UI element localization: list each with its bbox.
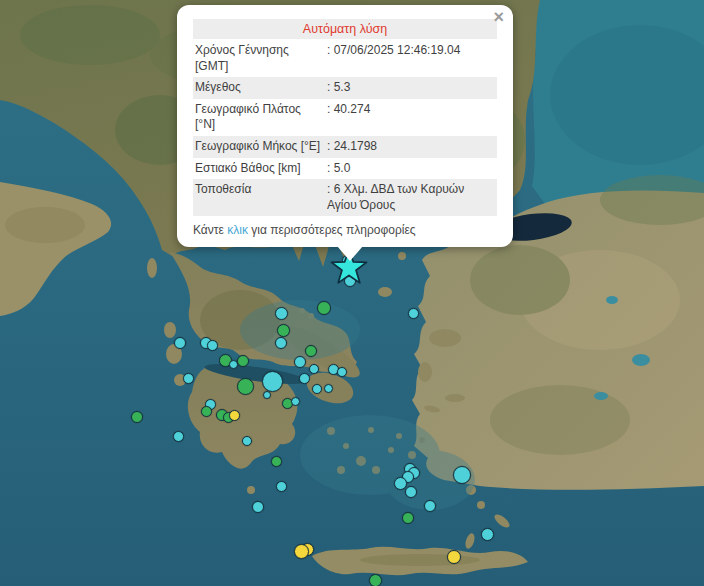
- quake-marker[interactable]: [242, 436, 252, 446]
- close-icon[interactable]: ×: [493, 8, 504, 26]
- popup-tail: [337, 246, 363, 261]
- popup-footer: Κάντε κλικ για περισσότερες πληροφορίες: [193, 223, 497, 237]
- row-value: : 5.3: [323, 80, 495, 96]
- quake-marker[interactable]: [317, 301, 331, 315]
- row-label: Χρόνος Γέννησης [GMT]: [195, 43, 323, 74]
- quake-marker[interactable]: [294, 356, 306, 368]
- row-label: Γεωγραφικό Πλάτος [°N]: [195, 102, 323, 133]
- quake-marker[interactable]: [424, 500, 436, 512]
- quake-marker[interactable]: [309, 364, 319, 374]
- quake-marker[interactable]: [369, 574, 382, 586]
- quake-marker[interactable]: [271, 456, 282, 467]
- row-latitude: Γεωγραφικό Πλάτος [°N] : 40.274: [193, 99, 497, 136]
- popup-table: Αυτόματη λύση Χρόνος Γέννησης [GMT] : 07…: [193, 19, 497, 216]
- quake-marker[interactable]: [237, 378, 254, 395]
- row-label: Μέγεθος: [195, 80, 323, 96]
- quake-marker[interactable]: [237, 355, 249, 367]
- quake-marker[interactable]: [324, 384, 333, 393]
- row-value: : 6 Χλμ. ΔΒΔ των Καρυών Αγίου Όρους: [323, 182, 495, 213]
- row-origin-time: Χρόνος Γέννησης [GMT] : 07/06/2025 12:46…: [193, 40, 497, 77]
- quake-marker[interactable]: [291, 397, 300, 406]
- quake-marker[interactable]: [207, 340, 218, 351]
- row-depth: Εστιακό Βάθος [km] : 5.0: [193, 158, 497, 180]
- quake-marker[interactable]: [394, 477, 407, 490]
- quake-marker[interactable]: [201, 406, 212, 417]
- quake-marker[interactable]: [183, 373, 194, 384]
- popup-title: Αυτόματη λύση: [193, 19, 497, 39]
- quake-marker[interactable]: [405, 486, 417, 498]
- quake-marker[interactable]: [275, 337, 287, 349]
- quake-marker[interactable]: [305, 345, 317, 357]
- quake-marker[interactable]: [453, 466, 471, 484]
- quake-marker[interactable]: [131, 411, 143, 423]
- quake-marker[interactable]: [294, 544, 309, 559]
- row-label: Εστιακό Βάθος [km]: [195, 161, 323, 177]
- quake-marker[interactable]: [277, 324, 290, 337]
- footer-suffix: για περισσότερες πληροφορίες: [248, 223, 416, 237]
- quake-marker[interactable]: [174, 337, 186, 349]
- quake-marker[interactable]: [402, 512, 414, 524]
- quake-marker[interactable]: [337, 367, 347, 377]
- row-longitude: Γεωγραφικό Μήκος [°E] : 24.1798: [193, 136, 497, 158]
- quake-marker[interactable]: [262, 371, 283, 392]
- quake-marker[interactable]: [312, 384, 322, 394]
- earthquake-map-app: × Αυτόματη λύση Χρόνος Γέννησης [GMT] : …: [0, 0, 704, 586]
- quake-marker[interactable]: [229, 410, 240, 421]
- row-value: : 40.274: [323, 102, 495, 133]
- row-label: Τοποθεσία: [195, 182, 323, 213]
- row-label: Γεωγραφικό Μήκος [°E]: [195, 139, 323, 155]
- quake-marker[interactable]: [299, 373, 310, 384]
- quake-marker[interactable]: [447, 550, 461, 564]
- row-magnitude: Μέγεθος : 5.3: [193, 77, 497, 99]
- click-link[interactable]: κλικ: [227, 223, 248, 237]
- earthquake-info-popup: × Αυτόματη λύση Χρόνος Γέννησης [GMT] : …: [177, 5, 513, 247]
- quake-marker[interactable]: [173, 431, 184, 442]
- row-value: : 5.0: [323, 161, 495, 177]
- quake-marker[interactable]: [481, 528, 494, 541]
- quake-marker[interactable]: [252, 501, 264, 513]
- quake-marker[interactable]: [408, 308, 419, 319]
- row-location: Τοποθεσία : 6 Χλμ. ΔΒΔ των Καρυών Αγίου …: [193, 179, 497, 216]
- footer-prefix: Κάντε: [193, 223, 227, 237]
- row-value: : 07/06/2025 12:46:19.04: [323, 43, 495, 74]
- quake-marker[interactable]: [263, 391, 271, 399]
- quake-marker[interactable]: [276, 481, 287, 492]
- quake-marker[interactable]: [275, 307, 288, 320]
- row-value: : 24.1798: [323, 139, 495, 155]
